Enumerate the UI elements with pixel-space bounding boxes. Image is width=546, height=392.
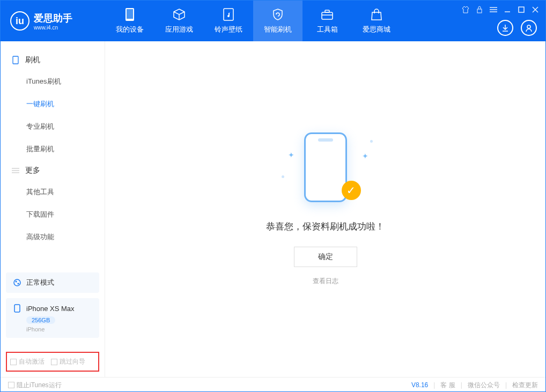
divider: | [505, 381, 507, 389]
sidebar-item-advanced[interactable]: 高级功能 [1, 226, 105, 248]
checkbox-block-itunes-label: 阻止iTunes运行 [17, 381, 62, 390]
device-name: iPhone XS Max [26, 305, 75, 313]
device-card[interactable]: iPhone XS Max 256GB iPhone [6, 298, 99, 338]
checkbox-box-icon [51, 359, 57, 365]
phone-small-icon [12, 304, 22, 313]
checkbox-block-itunes[interactable]: 阻止iTunes运行 [8, 381, 62, 390]
app-title: 爱思助手 [34, 12, 72, 25]
list-icon [11, 166, 20, 175]
tab-smartflash[interactable]: 智能刷机 [253, 1, 302, 41]
tab-appgames-label: 应用游戏 [165, 25, 193, 34]
tab-store[interactable]: 爱思商城 [352, 1, 401, 41]
shirt-icon[interactable] [461, 5, 470, 14]
maximize-button[interactable] [517, 5, 526, 14]
svg-rect-3 [322, 12, 333, 19]
highlighted-options: 自动激活 跳过向导 [6, 352, 99, 372]
svg-rect-11 [519, 7, 524, 12]
bag-icon [370, 8, 383, 21]
shield-refresh-icon [271, 8, 285, 21]
main-tabs: 我的设备 应用游戏 铃声壁纸 智能刷机 工具箱 爱思商城 [105, 1, 401, 41]
tab-appgames[interactable]: 应用游戏 [154, 1, 204, 41]
sidebar-item-onekey-flash[interactable]: 一键刷机 [1, 93, 105, 115]
svg-point-20 [16, 281, 17, 283]
svg-point-21 [18, 283, 19, 285]
sidebar-group-flash: 刷机 [1, 50, 105, 70]
tab-mydevice-label: 我的设备 [116, 25, 144, 34]
toolbox-icon [320, 8, 334, 21]
sidebar-item-other-tools[interactable]: 其他工具 [1, 181, 105, 203]
sidebar-group-flash-label: 刷机 [25, 55, 40, 65]
checkbox-skip-guide[interactable]: 跳过向导 [51, 357, 85, 366]
tab-toolbox[interactable]: 工具箱 [302, 1, 352, 41]
app-logo: iu 爱思助手 www.i4.cn [1, 11, 105, 31]
view-log-link[interactable]: 查看日志 [313, 277, 338, 286]
header-action-circles [497, 20, 537, 36]
phone-icon [123, 8, 137, 21]
check-badge-icon: ✓ [342, 181, 361, 200]
dot-icon [282, 175, 284, 178]
svg-rect-15 [13, 56, 18, 64]
success-illustration: ✓ ✦ ✦ [293, 132, 358, 208]
lock-icon[interactable] [475, 5, 484, 14]
divider: | [461, 381, 462, 389]
tab-ringwall-label: 铃声壁纸 [215, 25, 242, 34]
divider: | [433, 381, 435, 389]
download-button[interactable] [497, 20, 513, 36]
status-icon [12, 278, 22, 287]
main-content: ✓ ✦ ✦ 恭喜您，保资料刷机成功啦！ 确定 查看日志 [105, 41, 545, 377]
svg-rect-6 [477, 9, 482, 13]
checkbox-skip-guide-label: 跳过向导 [60, 357, 85, 366]
statusbar: 阻止iTunes运行 V8.16 | 客 服 | 微信公众号 | 检查更新 [1, 377, 545, 392]
tab-mydevice[interactable]: 我的设备 [105, 1, 154, 41]
success-message: 恭喜您，保资料刷机成功啦！ [266, 220, 385, 233]
tab-smartflash-label: 智能刷机 [264, 25, 292, 34]
sidebar-group-more-label: 更多 [25, 166, 40, 175]
app-subtitle: www.i4.cn [34, 25, 72, 31]
sidebar: 刷机 iTunes刷机 一键刷机 专业刷机 批量刷机 更多 其他工具 下载固件 … [1, 41, 105, 377]
music-file-icon [222, 8, 235, 21]
ok-button[interactable]: 确定 [294, 247, 357, 267]
svg-point-19 [14, 279, 20, 286]
menu-icon[interactable] [489, 5, 498, 14]
close-button[interactable] [530, 5, 540, 14]
tab-toolbox-label: 工具箱 [317, 25, 338, 34]
checkbox-box-icon [10, 359, 17, 365]
wechat-link[interactable]: 微信公众号 [468, 381, 500, 390]
window-controls [461, 5, 540, 14]
checkbox-auto-activate[interactable]: 自动激活 [10, 357, 45, 366]
check-update-link[interactable]: 检查更新 [512, 381, 538, 390]
titlebar: iu 爱思助手 www.i4.cn 我的设备 应用游戏 铃声壁纸 智能刷机 工具… [1, 1, 545, 41]
checkbox-box-icon [8, 382, 14, 388]
dot-icon [370, 140, 373, 143]
sidebar-item-itunes-flash[interactable]: iTunes刷机 [1, 70, 105, 93]
support-link[interactable]: 客 服 [440, 381, 455, 390]
svg-rect-4 [325, 10, 329, 12]
sparkle-icon: ✦ [288, 151, 294, 159]
version-label: V8.16 [411, 381, 428, 389]
svg-rect-22 [14, 305, 20, 312]
device-storage-badge: 256GB [26, 316, 55, 324]
tab-store-label: 爱思商城 [363, 25, 390, 34]
sidebar-item-pro-flash[interactable]: 专业刷机 [1, 115, 105, 138]
cube-icon [172, 8, 186, 21]
logo-icon: iu [10, 11, 29, 31]
phone-illustration-icon [304, 132, 347, 202]
sparkle-icon: ✦ [362, 152, 368, 160]
checkbox-auto-activate-label: 自动激活 [19, 357, 45, 366]
svg-point-14 [527, 25, 530, 28]
mode-card[interactable]: 正常模式 [6, 272, 99, 293]
mode-label: 正常模式 [26, 278, 54, 287]
device-type: iPhone [26, 326, 93, 332]
sidebar-item-download-fw[interactable]: 下载固件 [1, 203, 105, 226]
device-icon [11, 56, 20, 64]
minimize-button[interactable] [503, 5, 512, 14]
sidebar-item-batch-flash[interactable]: 批量刷机 [1, 138, 105, 160]
user-button[interactable] [521, 20, 537, 36]
tab-ringwall[interactable]: 铃声壁纸 [204, 1, 253, 41]
sidebar-group-more: 更多 [1, 160, 105, 181]
svg-rect-1 [127, 9, 133, 19]
